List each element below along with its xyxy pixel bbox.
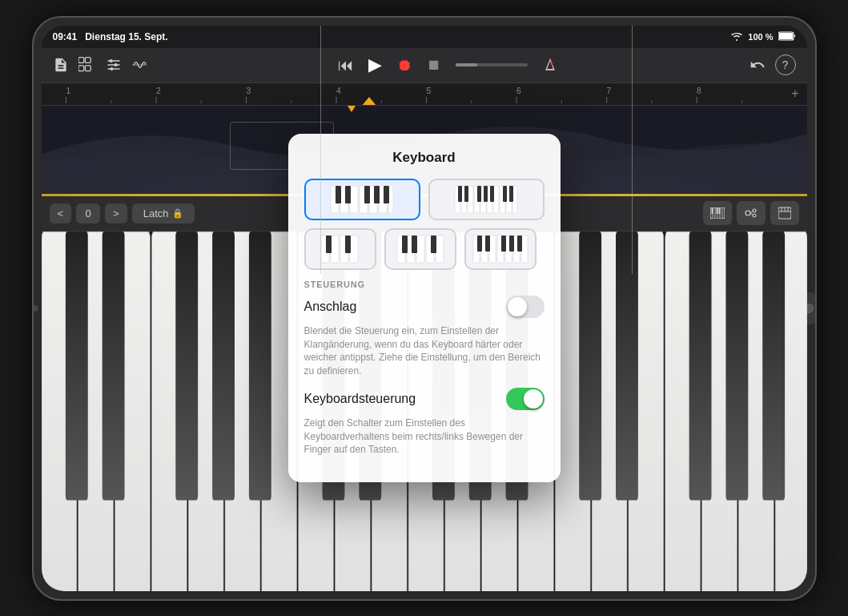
svg-rect-108 [364, 186, 370, 203]
modal-title: Keyboard [304, 150, 545, 166]
svg-rect-125 [484, 186, 488, 202]
svg-rect-122 [458, 186, 462, 202]
svg-rect-140 [402, 236, 408, 253]
svg-rect-151 [485, 236, 490, 252]
anschlag-description: Blendet die Steuerung ein, zum Einstelle… [304, 324, 545, 378]
anschlag-toggle[interactable] [506, 296, 545, 318]
svg-rect-132 [350, 236, 358, 263]
svg-rect-134 [345, 236, 351, 253]
steuerung-header: STEUERUNG [304, 280, 545, 289]
anschlag-label: Anschlag [304, 300, 357, 314]
layout-row-1 [304, 179, 545, 220]
svg-rect-127 [503, 186, 507, 202]
svg-rect-126 [490, 186, 494, 202]
svg-rect-150 [477, 236, 482, 252]
keyboard-steuerung-description: Zeigt den Schalter zum Einstellen des Ke… [304, 417, 545, 457]
svg-rect-109 [374, 186, 380, 203]
keyboard-settings-modal: Keyboard [288, 134, 561, 483]
svg-rect-137 [416, 236, 424, 263]
svg-rect-106 [336, 186, 341, 203]
keyboard-steuerung-toggle[interactable] [506, 388, 545, 410]
svg-rect-139 [436, 236, 444, 263]
layout-row-2 [304, 228, 545, 270]
svg-rect-101 [350, 186, 358, 213]
svg-rect-128 [509, 186, 513, 202]
svg-rect-124 [477, 186, 481, 202]
svg-rect-118 [493, 186, 499, 213]
svg-rect-149 [521, 236, 528, 263]
layout-option-4[interactable] [384, 228, 456, 270]
svg-rect-130 [331, 236, 339, 263]
svg-rect-142 [431, 236, 436, 253]
anschlag-knob [508, 297, 527, 316]
svg-rect-123 [464, 186, 468, 202]
layout-option-1[interactable] [304, 179, 420, 220]
keyboard-steuerung-row: Keyboardsteuerung [304, 388, 545, 410]
layout-option-3[interactable] [304, 228, 376, 270]
ipad-frame: 09:41 Dienstag 15. Sept. 100 % [32, 16, 817, 601]
modal-overlay: Keyboard [42, 26, 807, 591]
svg-rect-153 [509, 236, 514, 252]
layout-option-5[interactable] [464, 228, 537, 270]
svg-rect-133 [326, 236, 332, 253]
svg-rect-145 [489, 236, 496, 263]
svg-rect-141 [412, 236, 417, 253]
svg-rect-107 [345, 186, 351, 203]
keyboard-steuerung-label: Keyboardsteuerung [304, 392, 416, 406]
svg-rect-110 [384, 186, 389, 203]
layout-option-2[interactable] [428, 179, 545, 220]
ipad-screen: 09:41 Dienstag 15. Sept. 100 % [42, 26, 807, 591]
anschlag-row: Anschlag [304, 296, 545, 318]
side-button[interactable] [32, 305, 38, 312]
svg-rect-114 [468, 186, 473, 213]
svg-rect-154 [517, 236, 522, 252]
svg-rect-152 [501, 236, 506, 252]
keyboard-steuerung-knob [524, 389, 543, 409]
